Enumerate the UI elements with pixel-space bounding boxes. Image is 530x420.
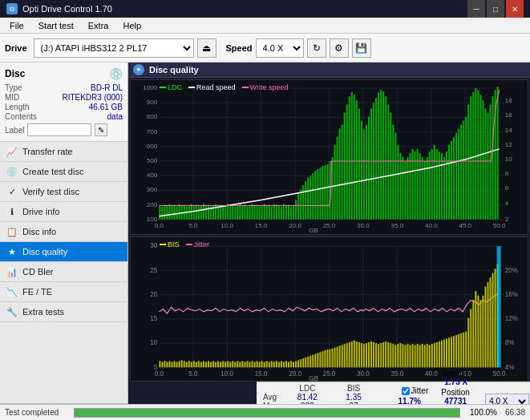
maximize-button[interactable]: □ <box>487 0 504 18</box>
svg-rect-117 <box>317 169 318 220</box>
svg-rect-96 <box>266 206 268 220</box>
nav-transfer-rate[interactable]: 📈 Transfer rate <box>0 142 127 162</box>
svg-rect-358 <box>465 331 467 367</box>
app-icon: O <box>6 3 18 14</box>
drive-select[interactable]: (J:) ATAPI iHBS312 2 PL17 <box>34 38 194 58</box>
menu-extra[interactable]: Extra <box>82 19 115 32</box>
svg-rect-60 <box>179 204 180 220</box>
nav-drive-info[interactable]: ℹ Drive info <box>0 202 127 222</box>
eject-button[interactable]: ⏏ <box>197 38 216 58</box>
speed-select[interactable]: 4.0 X 1.0 X 2.0 X 6.0 X 8.0 X <box>256 38 304 58</box>
menu-start-test[interactable]: Start test <box>32 19 80 32</box>
svg-rect-89 <box>249 206 250 220</box>
svg-rect-328 <box>392 344 394 367</box>
svg-rect-294 <box>310 356 311 368</box>
svg-rect-56 <box>168 204 170 220</box>
bis-legend-label: BIS <box>168 240 180 248</box>
svg-rect-247 <box>196 361 197 367</box>
svg-rect-364 <box>479 300 481 367</box>
settings-button[interactable]: ⚙ <box>330 38 349 58</box>
svg-rect-324 <box>382 342 384 367</box>
svg-rect-187 <box>487 112 488 219</box>
contents-value: data <box>107 112 123 121</box>
svg-text:15.0: 15.0 <box>255 370 268 378</box>
nav-fe-te[interactable]: 📉 FE / TE <box>0 282 127 302</box>
svg-rect-362 <box>475 291 476 367</box>
svg-rect-372 <box>497 246 501 367</box>
svg-rect-234 <box>164 361 165 367</box>
disc-info-icon: 📋 <box>6 226 18 237</box>
svg-rect-70 <box>203 204 204 220</box>
menu-help[interactable]: Help <box>116 19 148 32</box>
svg-text:10.0: 10.0 <box>220 370 233 378</box>
svg-rect-288 <box>295 361 297 367</box>
svg-rect-142 <box>378 92 379 220</box>
svg-rect-368 <box>490 277 492 367</box>
svg-rect-114 <box>310 176 311 220</box>
svg-rect-316 <box>363 344 365 367</box>
svg-rect-261 <box>229 361 231 367</box>
nav-verify-test-disc[interactable]: ✓ Verify test disc <box>0 182 127 202</box>
svg-rect-240 <box>179 361 180 367</box>
svg-rect-54 <box>164 205 165 220</box>
nav-fe-te-label: FE / TE <box>22 287 52 297</box>
verify-test-disc-icon: ✓ <box>6 186 18 197</box>
close-button[interactable]: ✕ <box>506 0 524 18</box>
svg-text:8: 8 <box>505 170 509 177</box>
svg-text:5.0: 5.0 <box>188 370 197 378</box>
svg-text:40.0: 40.0 <box>425 370 438 378</box>
svg-rect-333 <box>404 345 406 367</box>
nav-extra-tests[interactable]: 🔧 Extra tests <box>0 302 127 322</box>
svg-rect-263 <box>234 361 236 367</box>
svg-rect-262 <box>232 361 233 367</box>
contents-label: Contents <box>5 112 37 121</box>
svg-rect-360 <box>470 309 471 367</box>
svg-rect-163 <box>429 151 431 220</box>
svg-text:14: 14 <box>505 127 512 134</box>
svg-text:8%: 8% <box>505 338 515 346</box>
svg-rect-353 <box>453 336 455 367</box>
create-test-disc-icon: 💿 <box>6 166 18 177</box>
svg-rect-90 <box>252 204 253 220</box>
svg-rect-310 <box>349 342 350 367</box>
svg-rect-345 <box>434 343 435 367</box>
label-input[interactable] <box>27 123 91 136</box>
svg-text:25.0: 25.0 <box>323 370 336 378</box>
svg-rect-280 <box>276 361 277 367</box>
svg-rect-67 <box>196 205 197 220</box>
svg-rect-162 <box>427 157 428 220</box>
menu-file[interactable]: File <box>3 19 30 32</box>
svg-rect-101 <box>278 206 280 220</box>
minimize-button[interactable]: ─ <box>467 0 485 18</box>
nav-create-test-disc-label: Create test disc <box>22 167 83 176</box>
nav-disc-quality[interactable]: ★ Disc quality <box>0 242 127 262</box>
legend-bis: BIS <box>160 240 180 248</box>
svg-rect-321 <box>375 343 377 367</box>
mid-label: MID <box>5 93 19 102</box>
refresh-button[interactable]: ↻ <box>307 38 326 58</box>
svg-rect-111 <box>302 185 304 219</box>
svg-rect-85 <box>239 204 241 220</box>
svg-text:500: 500 <box>147 157 158 164</box>
svg-rect-289 <box>297 360 299 367</box>
svg-rect-133 <box>356 100 358 219</box>
svg-rect-340 <box>422 344 423 367</box>
svg-rect-314 <box>358 342 360 367</box>
col-bis-header: BIS <box>332 384 376 393</box>
nav-cd-bler[interactable]: 📊 CD Bler <box>0 262 127 282</box>
svg-rect-322 <box>378 344 379 367</box>
svg-rect-346 <box>436 342 438 367</box>
save-button[interactable]: 💾 <box>352 38 371 58</box>
svg-text:0.0: 0.0 <box>155 222 164 229</box>
svg-rect-245 <box>191 361 192 367</box>
label-edit-button[interactable]: ✎ <box>95 123 107 136</box>
svg-rect-306 <box>339 345 341 367</box>
svg-text:10.0: 10.0 <box>220 222 233 229</box>
jitter-checkbox[interactable] <box>402 387 410 395</box>
svg-rect-313 <box>356 341 358 367</box>
nav-disc-info[interactable]: 📋 Disc info <box>0 222 127 242</box>
svg-rect-173 <box>453 137 455 220</box>
svg-text:GB: GB <box>309 227 318 234</box>
svg-rect-86 <box>241 206 243 220</box>
nav-create-test-disc[interactable]: 💿 Create test disc <box>0 162 127 182</box>
